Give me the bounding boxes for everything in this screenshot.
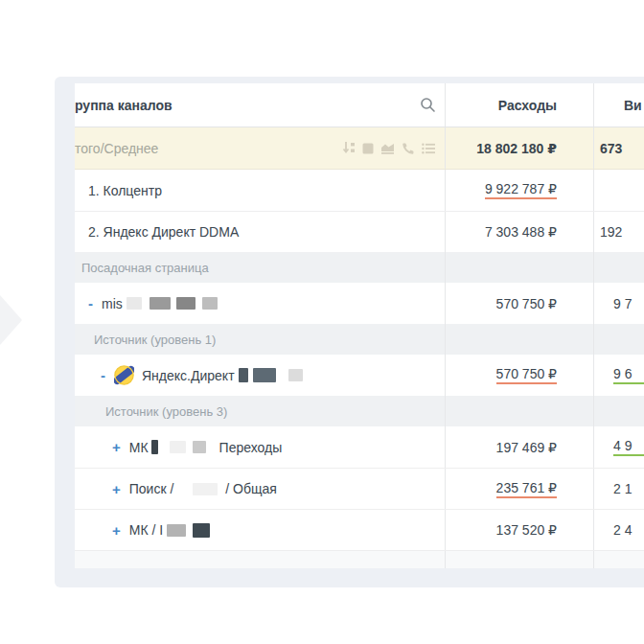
- total-average-row: того/Среднее: [75, 127, 644, 170]
- table-row: 2. Яндекс Директ DDMA 7 303 488 ₽ 192: [75, 211, 644, 252]
- column-header-channel-group: руппа каналов: [75, 83, 445, 126]
- group-band-source-level-1: Источник (уровень 1): [75, 324, 644, 355]
- expand-toggle[interactable]: +: [112, 522, 121, 539]
- group-band-landing-page: Посадочная страница: [75, 252, 644, 283]
- spend-link[interactable]: 570 750 ₽: [496, 366, 557, 384]
- redacted-block: [253, 368, 276, 382]
- spend-link[interactable]: 235 761 ₽: [496, 480, 557, 498]
- area-chart-icon[interactable]: [380, 142, 395, 154]
- yandex-direct-icon: [114, 365, 134, 385]
- channels-table: руппа каналов Расходы Ви того/Среднее: [75, 83, 644, 568]
- redacted-block: [167, 524, 186, 537]
- clipped-footer-row: [75, 550, 644, 568]
- sort-numeric-icon[interactable]: [342, 141, 356, 155]
- spend-value: 137 520 ₽: [496, 522, 557, 538]
- group-label: Источник (уровень 1): [94, 333, 216, 347]
- redacted-block: [239, 368, 248, 382]
- row-label-suffix: Переходы: [219, 440, 283, 455]
- phone-icon[interactable]: [402, 142, 415, 155]
- redacted-block: [150, 297, 171, 310]
- spend-value: 570 750 ₽: [496, 296, 557, 311]
- row-label: 2. Яндекс Директ DDMA: [88, 224, 239, 240]
- visits-link[interactable]: 4 9: [613, 438, 644, 456]
- expand-toggle[interactable]: +: [112, 439, 121, 455]
- visits-value: 192: [600, 224, 622, 240]
- redacted-block: [193, 483, 218, 495]
- visits-link[interactable]: 9 6: [613, 366, 644, 384]
- column-header-visits[interactable]: Ви: [593, 83, 644, 126]
- table-row: + Поиск / / Общая 235 761 ₽ 2 1: [75, 468, 644, 509]
- collapse-toggle[interactable]: -: [101, 367, 105, 383]
- redacted-block: [193, 523, 210, 538]
- carousel-right-arrow[interactable]: [0, 295, 22, 345]
- square-icon[interactable]: [362, 143, 374, 154]
- redacted-block: [193, 441, 206, 453]
- row-label-suffix: / Общая: [225, 481, 277, 496]
- list-icon[interactable]: [422, 143, 435, 154]
- total-spend-value: 18 802 180 ₽: [445, 127, 593, 169]
- visits-value: 9 7: [613, 296, 632, 311]
- collapse-toggle[interactable]: -: [88, 295, 93, 311]
- redacted-block: [126, 297, 142, 310]
- row-label: 1. Колцентр: [88, 183, 162, 198]
- redacted-block: [176, 297, 196, 310]
- visits-value: 2 1: [613, 481, 632, 496]
- table-row: - Яндекс.Директ 570 750 ₽ 9 6: [75, 355, 644, 396]
- spend-value: 197 469 ₽: [496, 440, 557, 455]
- group-band-source-level-3: Источник (уровень 3): [75, 396, 644, 426]
- column-header-spend[interactable]: Расходы: [445, 83, 593, 126]
- visits-value: 2 4: [613, 522, 632, 538]
- row-tools: [342, 141, 435, 155]
- spend-link[interactable]: 9 922 787 ₽: [485, 181, 557, 199]
- column-header-channel-group-label: руппа каналов: [75, 98, 172, 113]
- table-header-row: руппа каналов Расходы Ви: [75, 83, 644, 127]
- row-label: МК / I: [129, 522, 163, 538]
- table-row: - mis 570 750 ₽ 9 7: [75, 283, 644, 324]
- table-row: + МК / I 137 520 ₽ 2 4: [75, 509, 644, 550]
- redacted-block: [151, 440, 158, 454]
- redacted-block: [202, 297, 218, 310]
- total-visits-value: 673: [593, 127, 644, 169]
- expand-toggle[interactable]: +: [112, 481, 121, 497]
- row-label: Поиск /: [129, 481, 174, 496]
- total-row-label: того/Среднее: [75, 141, 158, 156]
- spend-value: 7 303 488 ₽: [485, 224, 557, 240]
- group-label: Посадочная страница: [81, 261, 209, 275]
- search-icon[interactable]: [420, 97, 436, 113]
- row-label: mis: [102, 296, 123, 311]
- table-row: 1. Колцентр 9 922 787 ₽: [75, 170, 644, 211]
- redacted-block: [170, 441, 186, 453]
- row-label: МК: [129, 440, 149, 455]
- group-label: Источник (уровень 3): [105, 404, 227, 419]
- redacted-block: [288, 369, 303, 381]
- row-label: Яндекс.Директ: [142, 368, 235, 383]
- table-row: + МК Переходы 197 469 ₽ 4 9: [75, 426, 644, 468]
